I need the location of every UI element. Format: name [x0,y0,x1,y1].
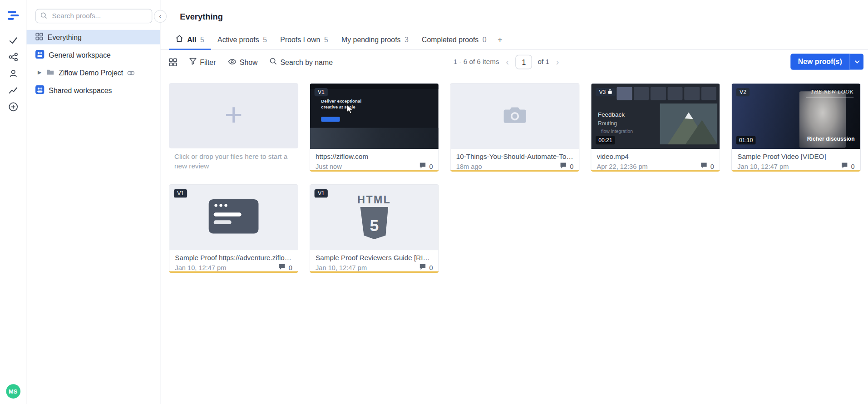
sidebar-item-shared-workspaces[interactable]: Shared workspaces [27,83,160,98]
tab-label: Active proofs [217,35,259,43]
comment-icon [560,162,567,170]
link-icon [128,69,135,77]
create-plus-icon[interactable] [8,102,18,112]
tab-count: 5 [200,35,204,43]
comment-count: 0 [289,264,292,271]
proof-card-reviewers-guide[interactable]: V1 HTML 5 Sample Proof Reviewers Guide [… [310,184,439,273]
workspace-icon [35,85,44,95]
comment-count: 0 [570,163,573,170]
html5-thumbnail: HTML 5 [310,185,439,250]
sidebar-item-label: General workspace [49,51,111,59]
proofs-check-icon[interactable] [8,35,18,45]
video-duration-badge: 00:21 [596,136,615,144]
sidebar-item-everything[interactable]: Everything [27,30,160,44]
pagination: 1 - 6 of 6 items ‹ of 1 › [454,54,560,70]
items-range: 1 - 6 of 6 items [454,58,499,66]
thumb-overlay-text: Richer discussion [807,136,855,142]
connect-icon[interactable] [8,52,18,62]
upload-dropzone-card[interactable]: + Click or drop your files here to start… [169,83,298,172]
sidebar-collapse-button[interactable]: ‹ [154,10,167,23]
proof-tabs: All 5 Active proofs 5 Proofs I own 5 My … [161,34,868,49]
tab-active-proofs[interactable]: Active proofs 5 [211,34,273,49]
comment-count: 0 [429,163,433,170]
version-badge: V1 [315,189,328,197]
comment-icon [700,162,708,170]
sidebar: Everything General workspace ▶ Ziflow De… [27,0,161,404]
show-label: Show [240,58,258,66]
browser-window-icon [208,199,259,236]
proof-time: Apr 22, 12:36 pm [597,163,648,170]
version-badge: V1 [174,189,187,197]
comment-icon [419,162,426,170]
comment-icon [841,162,848,170]
funnel-icon [189,58,197,67]
website-thumbnail: Deliver exceptional creative at scale [310,84,439,149]
home-icon [176,35,183,44]
next-page-icon[interactable]: › [555,56,560,67]
proof-grid: + Click or drop your files here to start… [169,83,865,273]
search-by-name-label: Search by name [281,58,333,66]
insights-icon[interactable] [8,85,18,95]
proof-card-processing[interactable]: 10-Things-You-Should-Automate-Tod... 18m… [450,83,579,172]
icon-rail: MS [0,0,27,404]
tab-my-pending-proofs[interactable]: My pending proofs 3 [335,34,415,49]
proof-card-ziflow-com[interactable]: V1 Deliver exceptional creative at scale… [310,83,439,172]
new-proof-button[interactable]: New proof(s) [790,54,864,69]
search-icon [40,11,47,21]
tab-count: 3 [404,35,409,43]
sidebar-item-label: Ziflow Demo Project [59,69,123,77]
tab-proofs-i-own[interactable]: Proofs I own 5 [274,34,335,49]
tab-label: Completed proofs [422,35,478,43]
proof-time: Jan 10, 12:47 pm [316,264,367,271]
proof-time: Jan 10, 12:47 pm [175,264,226,271]
webpage-thumbnail [169,185,298,250]
tab-label: Proofs I own [280,35,320,43]
filter-button[interactable]: Filter [189,58,216,67]
thumb-text: Deliver exceptional [321,98,361,104]
new-proof-label[interactable]: New proof(s) [790,54,850,69]
sidebar-item-ziflow-demo-project[interactable]: ▶ Ziflow Demo Project [27,65,160,80]
proof-time: Just now [316,163,342,170]
comment-count: 0 [710,163,714,170]
comment-icon [279,263,286,271]
search-by-name-button[interactable]: Search by name [270,58,333,67]
thumb-text: creative at scale [321,104,361,110]
sidebar-item-general-workspace[interactable]: General workspace [27,48,160,62]
proof-card-sample-video[interactable]: V2 THE NEW LOOK Richer discussion 01:10 … [731,83,861,172]
tab-count: 5 [263,35,267,43]
show-button[interactable]: Show [228,58,257,66]
proof-title: Sample Proof https://adventure.ziflow... [175,254,292,262]
proof-card-video-mp4[interactable]: V3 Feedback Routing flow integration [591,83,720,172]
proof-title: Sample Proof Video [VIDEO] [737,153,855,161]
search-input[interactable] [51,12,147,21]
proof-title: video.mp4 [597,153,715,161]
grid-icon [35,32,43,42]
version-badge: V1 [315,88,328,96]
page-number-input[interactable] [516,55,533,69]
proof-time: 18m ago [456,163,482,170]
main-content: ‹ Everything All 5 Active proofs 5 Proof… [161,0,868,404]
proof-title: 10-Things-You-Should-Automate-Tod... [456,153,574,161]
video-duration-badge: 01:10 [736,136,756,144]
user-avatar[interactable]: MS [6,384,20,399]
proof-card-adventure-webpage[interactable]: V1 Sample Proof https://adventure.ziflow… [169,184,298,273]
toolbar: Filter Show Search by name 1 - 6 of 6 it… [161,54,868,70]
tab-completed-proofs[interactable]: Completed proofs 0 [415,34,493,49]
tab-label: My pending proofs [341,35,400,43]
proof-search [35,9,152,24]
dropzone-thumb: + [169,83,298,148]
people-icon[interactable] [8,69,18,79]
processing-thumbnail [451,84,579,149]
tab-all[interactable]: All 5 [169,34,211,49]
add-tab-button[interactable]: + [493,34,507,49]
ziflow-logo[interactable] [6,9,20,22]
new-proof-dropdown[interactable] [850,54,863,69]
thumb-text: THE NEW LOOK [811,89,854,94]
grid-view-button[interactable] [169,58,177,66]
thumb-text: Routing [598,120,617,126]
expand-caret-icon[interactable]: ▶ [38,70,42,75]
eye-icon [228,58,236,66]
prev-page-icon[interactable]: ‹ [505,56,510,67]
lock-icon [608,89,612,95]
video-thumbnail: THE NEW LOOK Richer discussion 01:10 [732,84,860,149]
